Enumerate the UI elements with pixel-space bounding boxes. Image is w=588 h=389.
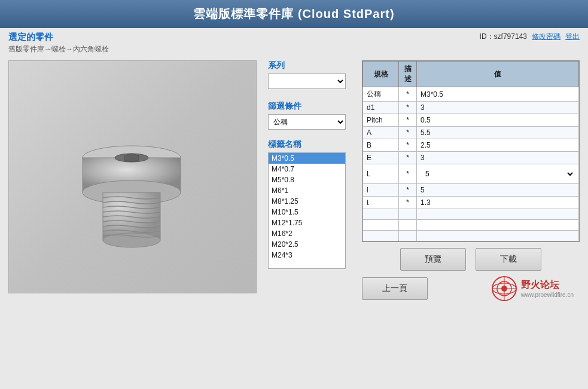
desc-cell: * — [399, 127, 417, 139]
desc-cell: * — [399, 87, 417, 102]
desc-cell: * — [399, 139, 417, 152]
main-content: 系列 篩選條件 公稱 標籤名稱 M3*0.5M4*0.7M5*0.8 — [0, 56, 588, 389]
desc-cell — [399, 209, 417, 220]
label-list-section: 標籤名稱 M3*0.5M4*0.7M5*0.8M6*1M8*1.25M10*1.… — [268, 139, 355, 269]
table-row: t*1.3 — [363, 197, 579, 209]
value-cell — [417, 209, 579, 220]
spec-cell — [363, 231, 399, 241]
change-password-link[interactable]: 修改密碼 — [532, 32, 560, 42]
spec-cell — [363, 220, 399, 231]
list-item[interactable]: M10*1.5 — [269, 207, 345, 218]
spec-cell: A — [363, 127, 399, 139]
selected-part-label: 選定的零件 — [8, 32, 109, 43]
col-header-desc: 描述 — [399, 62, 417, 87]
value-dropdown[interactable]: 5 — [421, 166, 575, 182]
table-row: E*3 — [363, 152, 579, 164]
list-item[interactable]: M8*1.25 — [269, 196, 345, 207]
value-cell: 5 — [417, 184, 579, 197]
logo-name: 野火论坛 — [521, 279, 574, 292]
label-listbox[interactable]: M3*0.5M4*0.7M5*0.8M6*1M8*1.25M10*1.5M12*… — [268, 152, 346, 269]
spec-cell: E — [363, 152, 399, 164]
list-item[interactable]: M5*0.8 — [269, 174, 345, 185]
bottom-row: 上一頁 野火论坛 — [362, 275, 580, 302]
breadcrumb: 舊版零件庫→螺栓→內六角螺栓 — [8, 44, 109, 54]
app-title: 雲端版標準零件庫 (Cloud StdPart) — [193, 7, 394, 20]
prev-page-button[interactable]: 上一頁 — [362, 277, 428, 300]
specs-table: 規格 描述 值 公稱*M3*0.5d1*3Pitch*0.5A*5.5B*2.5… — [362, 61, 579, 241]
series-label: 系列 — [268, 60, 355, 71]
value-cell[interactable]: 5 — [417, 164, 579, 184]
spec-cell: 公稱 — [363, 87, 399, 102]
value-cell — [417, 220, 579, 231]
spec-cell: B — [363, 139, 399, 152]
desc-cell: * — [399, 184, 417, 197]
table-row: l*5 — [363, 184, 579, 197]
desc-cell: * — [399, 114, 417, 127]
spec-cell: t — [363, 197, 399, 209]
table-row — [363, 209, 579, 220]
top-bar: 選定的零件 舊版零件庫→螺栓→內六角螺栓 ID：szf797143 修改密碼 登… — [0, 28, 588, 56]
desc-cell: * — [399, 164, 417, 184]
table-row: L*5 — [363, 164, 579, 184]
right-panel: 系列 篩選條件 公稱 標籤名稱 M3*0.5M4*0.7M5*0.8 — [268, 60, 580, 384]
table-row — [363, 231, 579, 241]
logo-sub: www.proewildfire.cn — [521, 292, 574, 298]
value-cell — [417, 231, 579, 241]
desc-cell: * — [399, 152, 417, 164]
list-item[interactable]: M6*1 — [269, 185, 345, 196]
svg-marker-4 — [124, 154, 139, 162]
download-button[interactable]: 下載 — [476, 248, 541, 271]
spec-cell: l — [363, 184, 399, 197]
logo-text-block: 野火论坛 www.proewildfire.cn — [521, 279, 574, 298]
title-bar: 雲端版標準零件庫 (Cloud StdPart) — [0, 0, 588, 28]
spec-cell — [363, 209, 399, 220]
user-section: ID：szf797143 修改密碼 登出 — [480, 32, 580, 42]
spec-cell: L — [363, 164, 399, 184]
preview-button[interactable]: 預覽 — [400, 248, 466, 271]
col-header-value: 值 — [417, 62, 579, 87]
user-id: ID：szf797143 — [480, 32, 527, 42]
filter-section: 篩選條件 公稱 — [268, 101, 355, 130]
desc-cell: * — [399, 102, 417, 114]
list-item[interactable]: M12*1.75 — [269, 218, 345, 228]
button-row: 預覽 下載 — [362, 248, 580, 271]
data-panel: 規格 描述 值 公稱*M3*0.5d1*3Pitch*0.5A*5.5B*2.5… — [362, 60, 580, 384]
list-item[interactable]: M16*2 — [269, 228, 345, 239]
desc-cell — [399, 220, 417, 231]
value-cell: 0.5 — [417, 114, 579, 127]
spec-cell: Pitch — [363, 114, 399, 127]
specs-table-wrapper: 規格 描述 值 公稱*M3*0.5d1*3Pitch*0.5A*5.5B*2.5… — [362, 60, 580, 242]
left-panel — [8, 60, 260, 384]
desc-cell: * — [399, 197, 417, 209]
logo-icon — [491, 275, 517, 302]
bolt-illustration — [43, 87, 223, 267]
app-container: 雲端版標準零件庫 (Cloud StdPart) 選定的零件 舊版零件庫→螺栓→… — [0, 0, 588, 389]
table-row: A*5.5 — [363, 127, 579, 139]
breadcrumb-section: 選定的零件 舊版零件庫→螺栓→內六角螺栓 — [8, 32, 109, 54]
series-select[interactable] — [268, 73, 346, 89]
logout-link[interactable]: 登出 — [565, 32, 580, 42]
list-item[interactable]: M20*2.5 — [269, 239, 345, 250]
spec-cell: d1 — [363, 102, 399, 114]
table-row: d1*3 — [363, 102, 579, 114]
desc-cell — [399, 231, 417, 241]
col-header-spec: 規格 — [363, 62, 399, 87]
value-cell: 3 — [417, 152, 579, 164]
value-cell: 3 — [417, 102, 579, 114]
table-row: 公稱*M3*0.5 — [363, 87, 579, 102]
list-item[interactable]: M3*0.5 — [269, 153, 345, 164]
value-cell: 1.3 — [417, 197, 579, 209]
table-row: B*2.5 — [363, 139, 579, 152]
table-row: Pitch*0.5 — [363, 114, 579, 127]
part-preview — [8, 60, 257, 293]
value-cell: 2.5 — [417, 139, 579, 152]
list-item[interactable]: M24*3 — [269, 250, 345, 261]
value-cell: M3*0.5 — [417, 87, 579, 102]
filter-select[interactable]: 公稱 — [268, 114, 346, 130]
list-item[interactable]: M4*0.7 — [269, 164, 345, 174]
middle-panel: 系列 篩選條件 公稱 標籤名稱 M3*0.5M4*0.7M5*0.8 — [268, 60, 355, 384]
label-list-title: 標籤名稱 — [268, 139, 355, 150]
value-cell: 5.5 — [417, 127, 579, 139]
logo-area: 野火论坛 www.proewildfire.cn — [491, 275, 574, 302]
series-section: 系列 — [268, 60, 355, 89]
